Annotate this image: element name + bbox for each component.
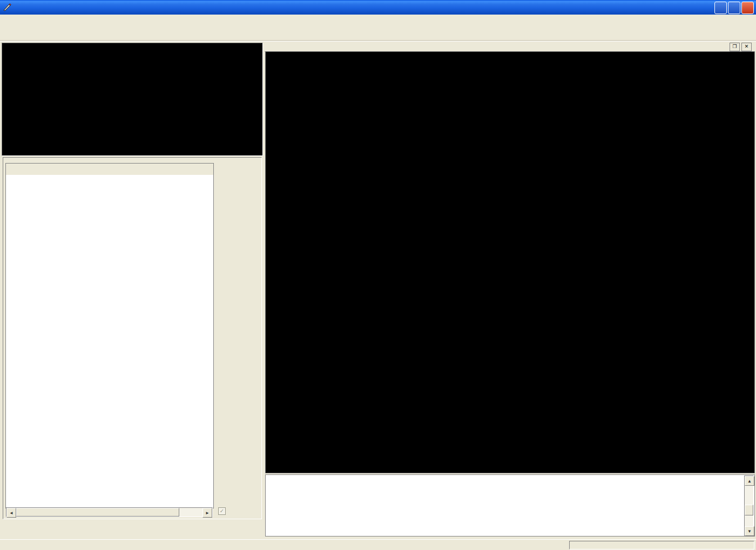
viewer-restore-icon[interactable]: ❐ [730, 43, 740, 51]
minimize-button[interactable] [714, 2, 727, 14]
status-bar [0, 539, 756, 550]
title-bar[interactable] [0, 0, 756, 15]
menu-bar [0, 15, 756, 25]
viewport-3d [265, 51, 755, 473]
hscroll-thumb[interactable] [16, 508, 179, 517]
scroll-up-icon[interactable]: ▲ [745, 476, 754, 486]
log-vscrollbar[interactable]: ▲ ▼ [744, 476, 754, 537]
app-icon [3, 3, 12, 12]
overview-map [2, 43, 263, 156]
toolbar [0, 25, 756, 42]
tree-view-option: ✓ [218, 507, 228, 515]
log-panel: ▲ ▼ [265, 474, 755, 537]
viewport-3d-canvas[interactable] [266, 52, 754, 473]
viewer-tab-bar: ❐ ✕ [265, 42, 755, 52]
viewer-close-icon[interactable]: ✕ [741, 43, 752, 51]
tree-view-checkbox[interactable]: ✓ [218, 507, 226, 515]
scroll-right-icon[interactable]: ► [202, 508, 212, 518]
scroll-down-icon[interactable]: ▼ [745, 526, 754, 536]
scroll-left-icon[interactable]: ◄ [6, 508, 16, 518]
layer-table-header [6, 164, 213, 175]
restore-button[interactable] [728, 2, 740, 14]
vscroll-thumb[interactable] [745, 505, 753, 515]
layers-panel: ◄ ► ✓ [3, 157, 262, 519]
position-readout [569, 541, 754, 549]
close-button[interactable] [741, 2, 754, 14]
layer-table-hscrollbar[interactable]: ◄ ► [6, 507, 213, 517]
overview-map-canvas[interactable] [2, 43, 261, 154]
layer-table [5, 163, 214, 508]
dtmaster-window: ◄ ► ✓ ❐ ✕ ▲ ▼ [0, 0, 756, 550]
